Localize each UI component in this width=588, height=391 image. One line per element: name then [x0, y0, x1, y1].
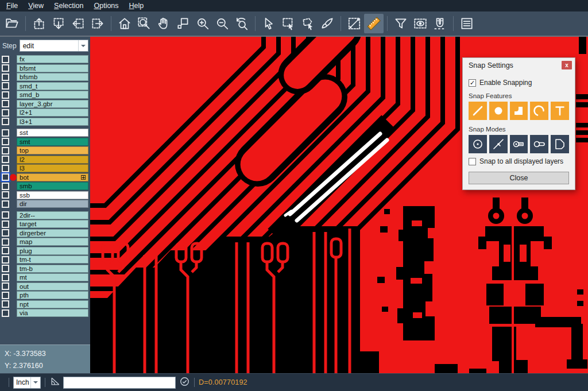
layer-checkbox[interactable]: [2, 220, 9, 228]
layer-item-layer_3.gbr[interactable]: layer_3.gbr: [17, 100, 88, 108]
menu-view[interactable]: View: [23, 1, 49, 11]
layer-item-tm-t[interactable]: tm-t: [17, 255, 88, 264]
layer-checkbox[interactable]: [2, 82, 9, 90]
layer-checkbox[interactable]: [2, 118, 9, 125]
layer-checkbox[interactable]: [2, 309, 9, 317]
layer-item-l3[interactable]: l3: [17, 164, 88, 172]
pcb-canvas[interactable]: Snap Settings x ✓ Enable Snapping Snap F…: [90, 36, 588, 373]
layer-item-bfsmt[interactable]: bfsmt: [17, 64, 88, 72]
layer-checkbox[interactable]: [2, 91, 9, 99]
layer-checkbox[interactable]: [2, 56, 9, 63]
corner-snap-button[interactable]: [551, 135, 569, 153]
layer-item-l2+1[interactable]: l2+1: [17, 109, 88, 117]
move-right-button[interactable]: [88, 14, 107, 33]
pan-hand-button[interactable]: [154, 14, 173, 33]
layer-checkbox[interactable]: [2, 191, 9, 199]
enable-snapping-checkbox[interactable]: ✓: [469, 79, 476, 87]
move-up-button[interactable]: [29, 14, 49, 33]
layer-checkbox[interactable]: [2, 211, 9, 219]
zoom-out-button[interactable]: [212, 14, 232, 33]
layer-checkbox[interactable]: [2, 173, 9, 181]
snap-all-layers-checkbox[interactable]: [469, 158, 476, 165]
arc-segment-button[interactable]: [530, 102, 548, 120]
layer-item-bot[interactable]: bot⊞: [17, 173, 88, 181]
layer-item-mt[interactable]: mt: [17, 273, 88, 281]
move-left-button[interactable]: [68, 14, 88, 33]
command-input[interactable]: [63, 377, 176, 389]
layer-item-dir[interactable]: dir: [17, 200, 88, 208]
layer-checkbox[interactable]: [2, 156, 9, 163]
round-pad-button[interactable]: [489, 102, 508, 120]
layer-item-npt[interactable]: npt: [17, 300, 88, 308]
layer-checkbox[interactable]: [2, 165, 9, 172]
layer-checkbox[interactable]: [2, 129, 9, 137]
grid-icon[interactable]: ⊞: [80, 174, 88, 181]
ruler-button[interactable]: [364, 14, 384, 33]
layer-checkbox[interactable]: [2, 247, 9, 254]
layer-checkbox[interactable]: [2, 274, 9, 281]
layer-item-smd_b[interactable]: smd_b: [17, 91, 88, 99]
layer-item-bfsmb[interactable]: bfsmb: [17, 73, 88, 81]
center-snap-button[interactable]: [469, 135, 487, 153]
layer-item-l2[interactable]: l2: [17, 156, 88, 164]
layer-checkbox[interactable]: [2, 300, 9, 308]
layer-item-smd_t[interactable]: smd_t: [17, 82, 88, 90]
menu-options[interactable]: Options: [88, 1, 123, 11]
layer-item-map[interactable]: map: [17, 238, 88, 246]
layer-item-smb[interactable]: smb: [17, 182, 88, 190]
layer-checkbox[interactable]: [2, 229, 9, 237]
layer-checkbox[interactable]: [2, 265, 9, 272]
pad-slot-outline-button[interactable]: [530, 135, 548, 153]
layer-checkbox[interactable]: [2, 100, 9, 107]
select-poly-button[interactable]: [298, 14, 318, 33]
step-select[interactable]: edit: [20, 40, 88, 52]
close-icon[interactable]: x: [562, 61, 572, 69]
layer-checkbox[interactable]: [2, 292, 9, 299]
layer-item-smt[interactable]: smt: [17, 138, 88, 146]
move-down-button[interactable]: [49, 14, 68, 33]
layer-checkbox[interactable]: [2, 238, 9, 246]
layer-checkbox[interactable]: [2, 73, 9, 81]
menu-file[interactable]: File: [1, 1, 23, 11]
layer-item-dirgerber[interactable]: dirgerber: [17, 229, 88, 237]
menu-help[interactable]: Help: [124, 1, 149, 11]
select-rect-button[interactable]: [278, 14, 298, 33]
layer-checkbox[interactable]: [2, 64, 9, 72]
layer-item-ssb[interactable]: ssb: [17, 191, 88, 199]
paint-brush-button[interactable]: [318, 14, 337, 33]
zoom-in-button[interactable]: [193, 14, 212, 33]
pad-slot-filled-button[interactable]: [510, 135, 528, 153]
magnet-button[interactable]: [430, 14, 450, 33]
zoom-previous-button[interactable]: [232, 14, 252, 33]
layer-checkbox[interactable]: [2, 200, 9, 208]
view-box-button[interactable]: [411, 14, 430, 33]
layer-checkbox[interactable]: [2, 147, 9, 154]
layer-checkbox[interactable]: [2, 282, 9, 290]
dialog-titlebar[interactable]: Snap Settings x: [463, 58, 575, 72]
filter-button[interactable]: [391, 14, 411, 33]
text-feature-button[interactable]: [551, 102, 569, 120]
layer-checkbox[interactable]: [2, 109, 9, 117]
layer-checkbox[interactable]: [2, 138, 9, 145]
home-button[interactable]: [115, 14, 134, 33]
layer-item-top[interactable]: top: [17, 146, 88, 154]
layer-item-plug[interactable]: plug: [17, 247, 88, 255]
zoom-window-button[interactable]: [173, 14, 193, 33]
layer-item-via[interactable]: via: [17, 309, 88, 317]
layer-item-2dir--[interactable]: 2dir--: [17, 211, 88, 219]
layer-item-l3+1[interactable]: l3+1: [17, 118, 88, 126]
measure-line-button[interactable]: [345, 14, 364, 33]
layers-panel-button[interactable]: [457, 14, 477, 33]
menu-selection[interactable]: Selection: [49, 1, 88, 11]
close-button[interactable]: Close: [469, 172, 569, 184]
surface-pad-button[interactable]: [510, 102, 528, 120]
layer-item-target[interactable]: target: [17, 220, 88, 228]
select-arrow-button[interactable]: [259, 14, 278, 33]
unit-select[interactable]: Inch: [13, 377, 41, 389]
angle-measure-icon[interactable]: [49, 375, 61, 389]
layer-item-out[interactable]: out: [17, 282, 88, 291]
zoom-area-button[interactable]: [134, 14, 154, 33]
open-folder-button[interactable]: [2, 14, 22, 33]
line-point-snap-button[interactable]: [489, 135, 508, 153]
layer-checkbox[interactable]: [2, 183, 9, 190]
